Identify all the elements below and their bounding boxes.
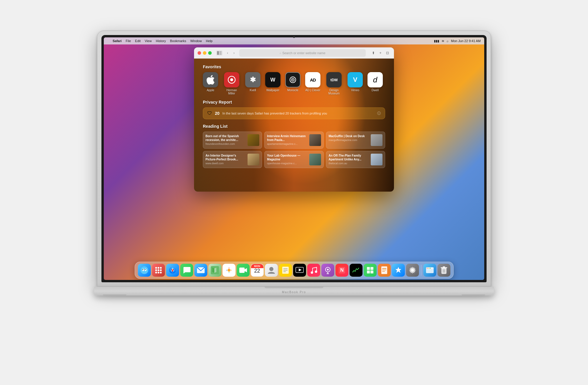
dock-mail[interactable] — [194, 264, 207, 277]
dock-numbers[interactable] — [364, 264, 377, 277]
reading-text-2: MacGuffin | Desk on Desk macguffinmagazi… — [329, 134, 368, 146]
dock-notes[interactable] — [279, 264, 292, 277]
reading-text-0: Born out of the Spanish recession, the a… — [206, 134, 245, 146]
svg-marker-35 — [245, 268, 247, 272]
svg-rect-3 — [219, 54, 221, 54]
vimeo-favicon: V — [348, 72, 363, 87]
menubar-view[interactable]: View — [145, 39, 152, 43]
reading-item-0[interactable]: Born out of the Spanish recession, the a… — [203, 132, 262, 149]
menubar-window[interactable]: Window — [190, 39, 202, 43]
search-icon[interactable]: ⌕ — [447, 39, 449, 43]
dock-podcasts[interactable] — [321, 264, 334, 277]
dock-finder-window[interactable] — [423, 264, 436, 277]
dock-tv[interactable] — [293, 264, 306, 277]
svg-marker-32 — [216, 268, 218, 273]
dock-pages[interactable] — [378, 264, 391, 277]
dock-maps[interactable] — [208, 264, 221, 277]
favorite-ad[interactable]: AD AD | Clever — [305, 72, 320, 95]
dock-finder[interactable] — [138, 264, 151, 277]
back-button[interactable]: ‹ — [225, 50, 230, 56]
fullscreen-button[interactable] — [208, 51, 212, 55]
menubar-edit[interactable]: Edit — [135, 39, 141, 43]
reading-url-5: thelocal.com.au — [329, 162, 368, 165]
favorite-dwell[interactable]: d Dwell — [368, 72, 383, 95]
svg-point-62 — [427, 268, 427, 269]
favorite-design-museum[interactable]: tDM Design Museum — [325, 72, 343, 95]
svg-rect-52 — [370, 267, 373, 270]
dock-calendar[interactable]: MON 22 — [251, 264, 264, 277]
reading-title-3: An Interior Designer's Picture-Perfect B… — [206, 154, 245, 161]
reading-item-2[interactable]: MacGuffin | Desk on Desk macguffinmagazi… — [326, 132, 385, 149]
reading-item-3[interactable]: An Interior Designer's Picture-Perfect B… — [203, 151, 262, 168]
privacy-card[interactable]: 🛡 20 In the last seven days Safari has p… — [203, 107, 385, 119]
new-tab-button[interactable]: + — [377, 50, 383, 56]
dock-messages[interactable] — [180, 264, 193, 277]
close-button[interactable] — [198, 51, 201, 55]
nav-buttons: ‹ › — [225, 50, 237, 56]
safari-background: Favorites — [194, 59, 394, 192]
dock-music[interactable] — [307, 264, 320, 277]
reading-thumb-5 — [371, 154, 382, 165]
dock-stocks[interactable] — [350, 264, 363, 277]
favorite-wallpaper[interactable]: W Wallpaper — [265, 72, 280, 95]
ad-favicon: AD — [305, 72, 320, 87]
dock-contacts[interactable] — [265, 264, 278, 277]
tracker-count: 20 — [215, 111, 220, 116]
sidebar-toggle-button[interactable] — [216, 51, 222, 55]
svg-point-63 — [428, 268, 429, 269]
menubar-app-name[interactable]: Safari — [113, 39, 122, 43]
favorite-herman-miller[interactable]: Herman Miller — [223, 72, 240, 95]
privacy-info-icon[interactable]: ⓘ — [377, 111, 381, 116]
dock-system-preferences[interactable] — [406, 264, 419, 277]
reading-item-5[interactable]: An Off-The-Plan Family Apartment Unlike … — [326, 151, 385, 168]
svg-rect-51 — [367, 267, 370, 270]
favorite-monocle[interactable]: Monocle — [285, 72, 300, 95]
menubar-help[interactable]: Help — [206, 39, 213, 43]
reading-url-1: apartamentomagazine.c... — [267, 142, 307, 145]
favorite-apple[interactable]: Apple — [203, 72, 218, 95]
dock-facetime[interactable] — [237, 264, 250, 277]
safari-window: ‹ › ⌕ Search or enter website name ⬆ + — [194, 47, 394, 192]
dock-trash[interactable] — [437, 264, 450, 277]
svg-rect-67 — [443, 266, 445, 267]
favorite-kvell[interactable]: ✱ Kvell — [245, 72, 260, 95]
dock-news[interactable]: N — [335, 264, 348, 277]
address-bar[interactable]: ⌕ Search or enter website name — [239, 49, 366, 57]
reading-item-1[interactable]: Interview Armin Heinemann from Paula... … — [264, 132, 323, 149]
forward-button[interactable]: › — [231, 50, 237, 56]
favorite-vimeo[interactable]: V Vimeo — [348, 72, 363, 95]
macbook-screen: Safari File Edit View History Bookmarks … — [104, 37, 484, 280]
dock-photos[interactable] — [223, 264, 235, 277]
macbook-lid: Safari File Edit View History Bookmarks … — [97, 31, 491, 287]
svg-marker-42 — [299, 268, 302, 271]
reading-title-2: MacGuffin | Desk on Desk — [329, 134, 368, 138]
dock-launchpad[interactable] — [152, 264, 165, 277]
svg-point-15 — [158, 267, 159, 269]
wallpaper-favicon: W — [265, 72, 280, 87]
reading-text-3: An Interior Designer's Picture-Perfect B… — [206, 154, 245, 165]
reading-item-4[interactable]: Your Lab Openhouse — Magazine openhouse-… — [264, 151, 323, 168]
monocle-favicon — [285, 72, 300, 87]
menubar-history[interactable]: History — [156, 39, 166, 43]
svg-rect-1 — [219, 52, 221, 52]
reading-list-grid: Born out of the Spanish recession, the a… — [203, 132, 385, 168]
dock-safari[interactable] — [166, 264, 179, 277]
svg-text:N: N — [340, 268, 344, 273]
svg-point-12 — [142, 269, 143, 270]
reading-thumb-3 — [248, 154, 259, 165]
address-placeholder: Search or enter website name — [282, 51, 325, 55]
favorites-grid: Apple — [203, 72, 385, 95]
dock-appstore[interactable] — [392, 264, 405, 277]
new-tab-content: Favorites — [194, 59, 394, 192]
menubar-file[interactable]: File — [126, 39, 131, 43]
minimize-button[interactable] — [203, 51, 206, 55]
svg-point-44 — [315, 271, 317, 273]
svg-point-5 — [230, 78, 233, 81]
extensions-button[interactable]: ⊡ — [385, 50, 390, 56]
svg-point-13 — [145, 269, 146, 270]
monocle-label: Monocle — [287, 89, 298, 92]
share-button[interactable]: ⬆ — [370, 50, 376, 56]
svg-point-43 — [311, 271, 313, 274]
menubar-bookmarks[interactable]: Bookmarks — [170, 39, 186, 43]
svg-point-16 — [160, 267, 162, 269]
